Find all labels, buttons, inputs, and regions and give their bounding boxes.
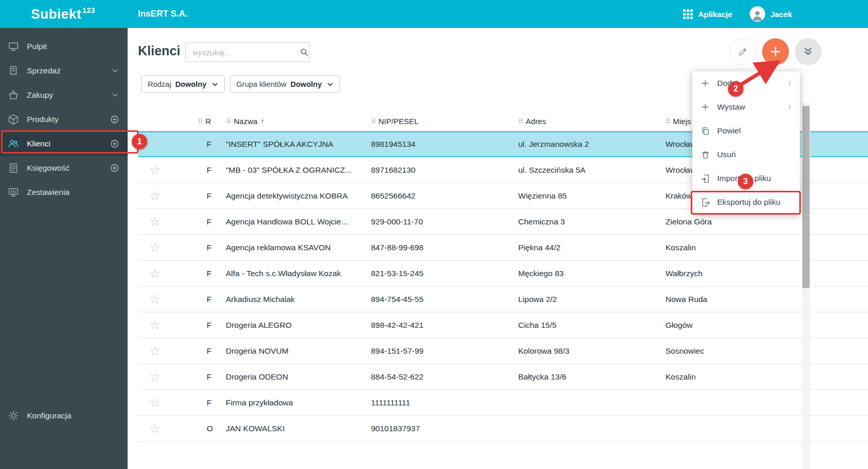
sidebar-item-konfiguracja[interactable]: Konfiguracja: [0, 403, 128, 428]
drag-handle-icon[interactable]: ⠿: [226, 118, 231, 125]
chevron-right-icon: [785, 79, 794, 87]
column-r[interactable]: ⠿ R: [194, 117, 222, 126]
search-icon[interactable]: [299, 48, 309, 57]
star-icon[interactable]: ☆: [149, 216, 161, 228]
filter-rodzaj[interactable]: Rodzaj Dowolny: [141, 75, 225, 93]
add-button[interactable]: [762, 38, 789, 65]
star-icon[interactable]: ☆: [149, 267, 161, 280]
sidebar-item-label: Księgowość: [27, 163, 102, 173]
row-address: Chemiczna 3: [515, 217, 662, 226]
page-title: Klienci: [138, 43, 180, 58]
plus-circle-icon[interactable]: [110, 139, 119, 148]
row-city: Koszalin: [662, 372, 868, 382]
star-icon[interactable]: ☆: [149, 397, 161, 409]
row-type: F: [194, 372, 222, 382]
import-file-icon: [700, 173, 710, 184]
plus-circle-icon[interactable]: [110, 115, 119, 124]
row-type: F: [194, 191, 222, 201]
actions-dropdown-menu: Dodaj Wystaw Powiel Usuń: [692, 71, 800, 214]
sidebar-nav: Pulpit Sprzedaż Zakupy: [0, 34, 128, 204]
menu-item-eksportuj[interactable]: Eksportuj do pliku: [692, 190, 800, 214]
column-label: Nazwa: [234, 117, 258, 126]
apps-menu-button[interactable]: Aplikacje: [683, 9, 732, 19]
star-icon[interactable]: ☆: [149, 422, 161, 435]
menu-item-usun[interactable]: Usuń: [692, 143, 800, 167]
row-name: Alfa - Tech s.c.Władysław Kozak: [222, 269, 368, 278]
row-city: Wałbrzych: [662, 269, 868, 278]
sidebar-item-ksiegowosc[interactable]: Księgowość: [0, 156, 128, 180]
column-nazwa[interactable]: ⠿ Nazwa ↑: [222, 117, 368, 126]
row-address: Lipowa 2/2: [515, 295, 662, 304]
edit-button[interactable]: [730, 38, 756, 65]
column-adres[interactable]: ⠿ Adres: [515, 117, 662, 126]
sidebar-item-zakupy[interactable]: Zakupy: [0, 83, 128, 107]
star-icon[interactable]: ☆: [149, 345, 161, 357]
purchases-icon: [8, 89, 19, 101]
sidebar: Pulpit Sprzedaż Zakupy: [0, 28, 128, 469]
drag-handle-icon[interactable]: ⠿: [665, 118, 671, 125]
star-icon[interactable]: ☆: [149, 241, 161, 254]
drag-handle-icon[interactable]: ⠿: [518, 118, 523, 125]
search-input[interactable]: [185, 43, 299, 62]
row-nip: 884-54-52-622: [368, 372, 515, 382]
sidebar-item-label: Sprzedaż: [27, 66, 102, 75]
row-name: Drogeria ODEON: [222, 372, 368, 382]
export-file-icon: [700, 197, 710, 207]
column-label: Adres: [526, 117, 546, 126]
row-city: Koszalin: [662, 243, 868, 252]
sidebar-item-label: Klienci: [27, 139, 102, 148]
table-row[interactable]: ☆ F Agencja reklamowa KSAVON 847-88-99-6…: [138, 235, 868, 261]
menu-item-wystaw[interactable]: Wystaw: [692, 95, 800, 119]
plus-icon: [700, 78, 710, 88]
table-row[interactable]: ☆ F Drogeria ALEGRO 898-42-42-421 Cicha …: [138, 312, 868, 338]
row-address: ul. Szczecińska 5A: [515, 165, 662, 175]
menu-item-dodaj[interactable]: Dodaj: [692, 71, 800, 95]
sidebar-item-sprzedaz[interactable]: Sprzedaż: [0, 58, 128, 83]
row-address: Bałtycka 13/6: [515, 372, 662, 382]
table-row[interactable]: ☆ F Alfa - Tech s.c.Władysław Kozak 821-…: [138, 261, 868, 286]
filter-grupa-klientow[interactable]: Grupa klientów Dowolny: [230, 75, 340, 93]
star-icon[interactable]: ☆: [149, 138, 161, 150]
user-menu-button[interactable]: Jacek: [750, 6, 792, 22]
apps-grid-icon: [683, 9, 693, 19]
menu-item-powiel[interactable]: Powiel: [692, 119, 800, 143]
star-icon[interactable]: ☆: [149, 319, 161, 331]
column-nip-pesel[interactable]: ⠿ NIP/PESEL: [368, 117, 515, 126]
row-nip: 898-42-42-421: [368, 321, 515, 330]
star-icon[interactable]: ☆: [149, 190, 161, 202]
table-row[interactable]: ☆ F Arkadiusz Michalak 894-754-45-55 Lip…: [138, 286, 868, 312]
row-address: ul. Jerzmanowska 2: [515, 140, 662, 149]
plus-circle-icon[interactable]: [110, 163, 119, 173]
star-icon[interactable]: ☆: [149, 293, 161, 306]
sidebar-item-label: Zestawienia: [27, 188, 119, 197]
row-name: JAN KOWALSKI: [222, 424, 368, 433]
sidebar-item-klienci[interactable]: Klienci: [0, 131, 128, 156]
sidebar-item-label: Konfiguracja: [27, 411, 119, 420]
row-type: F: [194, 321, 222, 330]
sidebar-item-zestawienia[interactable]: Zestawienia: [0, 180, 128, 204]
sidebar-item-produkty[interactable]: Produkty: [0, 107, 128, 131]
scrollbar-track[interactable]: [802, 103, 810, 469]
column-label: R: [206, 117, 211, 126]
drag-handle-icon[interactable]: ⠿: [371, 118, 376, 125]
row-type: F: [194, 243, 222, 252]
chevron-right-icon: [785, 103, 794, 111]
table-row[interactable]: ☆ F Drogeria ODEON 884-54-52-622 Bałtyck…: [138, 364, 868, 390]
sidebar-item-pulpit[interactable]: Pulpit: [0, 34, 128, 58]
table-row[interactable]: ☆ F Firma przykładowa 1111111111: [138, 390, 868, 416]
star-icon[interactable]: ☆: [149, 164, 161, 176]
row-star-cell: ☆: [138, 241, 194, 254]
row-city: Zielona Góra: [662, 217, 868, 226]
scrollbar-thumb[interactable]: [802, 106, 810, 288]
row-name: Arkadiusz Michalak: [222, 295, 368, 304]
row-nip: 894-754-45-55: [368, 295, 515, 304]
drag-handle-icon[interactable]: ⠿: [198, 118, 203, 125]
table-row[interactable]: ☆ F Drogeria NOVUM 894-151-57-99 Kolorow…: [138, 338, 868, 364]
menu-item-label: Eksportuj do pliku: [717, 198, 794, 207]
star-icon[interactable]: ☆: [149, 371, 161, 383]
row-type: F: [194, 140, 222, 149]
row-city: Sosnowiec: [662, 346, 868, 356]
more-actions-button[interactable]: [795, 38, 822, 65]
table-row[interactable]: ☆ O JAN KOWALSKI 90101837937: [138, 416, 868, 442]
reports-icon: [8, 187, 19, 198]
